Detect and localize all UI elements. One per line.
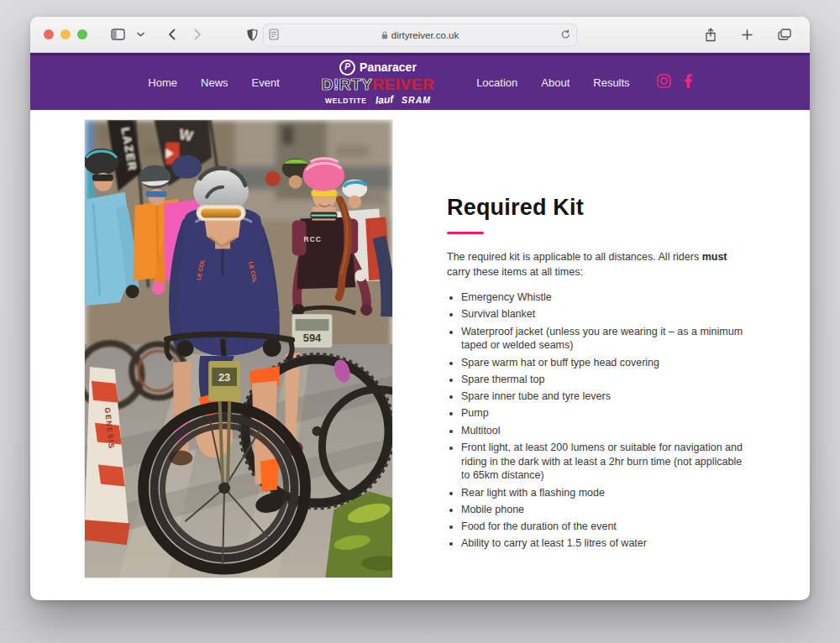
traffic-lights bbox=[44, 29, 87, 39]
privacy-shield-icon[interactable] bbox=[242, 24, 263, 45]
minimize-button[interactable] bbox=[60, 29, 71, 39]
weldtite-logo: WELDTITE bbox=[325, 97, 367, 105]
lock-icon bbox=[381, 31, 388, 39]
zoom-button[interactable] bbox=[77, 29, 87, 39]
nav-link[interactable]: Results bbox=[593, 76, 629, 89]
title-underline bbox=[447, 232, 484, 234]
url-text: dirtyreiver.co.uk bbox=[391, 30, 459, 40]
lauf-logo: lauf bbox=[375, 94, 393, 106]
nav-link[interactable]: Home bbox=[148, 76, 177, 89]
page-title: Required Kit bbox=[447, 195, 746, 221]
panaracer-p-icon: P bbox=[339, 60, 355, 76]
kit-item: Spare thermal top bbox=[461, 373, 746, 387]
facebook-icon[interactable] bbox=[685, 74, 692, 91]
dirty-reiver-wordmark: D!RTYREIVER bbox=[322, 76, 434, 93]
nav-link[interactable]: Event bbox=[252, 76, 280, 89]
sunlight-overlay bbox=[85, 120, 392, 578]
kit-item: Food for the duration of the event bbox=[461, 520, 746, 534]
new-tab-icon[interactable] bbox=[737, 24, 758, 45]
nav-left: HomeNewsEvent bbox=[148, 76, 279, 89]
panaracer-wordmark: Panaracer bbox=[360, 61, 417, 74]
tab-overview-icon[interactable] bbox=[773, 24, 796, 45]
kit-item: Ability to carry at least 1.5 litres of … bbox=[461, 536, 746, 551]
kit-item: Survival blanket bbox=[461, 307, 746, 322]
kit-item: Pump bbox=[461, 406, 746, 421]
kit-item: Multitool bbox=[461, 424, 746, 438]
intro-paragraph: The required kit is applicable to all di… bbox=[447, 250, 746, 280]
reload-icon[interactable] bbox=[561, 29, 570, 41]
nav-right: LocationAboutResults bbox=[476, 76, 630, 89]
share-icon[interactable] bbox=[700, 24, 722, 45]
chevron-down-icon[interactable] bbox=[132, 24, 150, 45]
nav-link[interactable]: Location bbox=[476, 76, 517, 89]
nav-link[interactable]: News bbox=[201, 76, 228, 89]
kit-item: Mobile phone bbox=[461, 503, 746, 517]
sponsor-row: WELDTITE lauf SRAM bbox=[325, 95, 431, 106]
site-header: HomeNewsEvent P Panaracer D!RTYREIVER WE… bbox=[30, 53, 810, 110]
browser-window: dirtyreiver.co.uk HomeNewsEvent bbox=[30, 17, 810, 600]
kit-item: Waterproof jacket (unless you are wearin… bbox=[461, 325, 746, 353]
page-content: LAZER W bbox=[30, 110, 810, 578]
reader-view-icon[interactable] bbox=[269, 29, 279, 42]
nav-link[interactable]: About bbox=[541, 76, 570, 89]
start-line-photo: LAZER W bbox=[84, 119, 393, 578]
address-bar[interactable]: dirtyreiver.co.uk bbox=[263, 24, 577, 47]
required-kit-list: Emergency WhistleSurvival blanketWaterpr… bbox=[447, 290, 746, 551]
forward-button[interactable] bbox=[189, 24, 207, 45]
site-logo[interactable]: P Panaracer D!RTYREIVER WELDTITE lauf SR… bbox=[322, 60, 434, 106]
kit-item: Front light, at least 200 lumens or suit… bbox=[461, 441, 746, 483]
kit-item: Emergency Whistle bbox=[461, 290, 746, 305]
desktop-background: dirtyreiver.co.uk HomeNewsEvent bbox=[0, 0, 840, 643]
instagram-icon[interactable] bbox=[657, 74, 671, 91]
back-button[interactable] bbox=[163, 24, 181, 45]
close-button[interactable] bbox=[44, 29, 54, 39]
sram-logo: SRAM bbox=[402, 96, 431, 105]
browser-toolbar: dirtyreiver.co.uk bbox=[30, 17, 810, 53]
text-column: Required Kit The required kit is applica… bbox=[447, 119, 746, 578]
sidebar-toggle-icon[interactable] bbox=[106, 24, 130, 45]
kit-item: Spare inner tube and tyre levers bbox=[461, 389, 746, 404]
kit-item: Rear light with a flashing mode bbox=[461, 486, 746, 500]
kit-item: Spare warm hat or buff type head coverin… bbox=[461, 356, 746, 370]
